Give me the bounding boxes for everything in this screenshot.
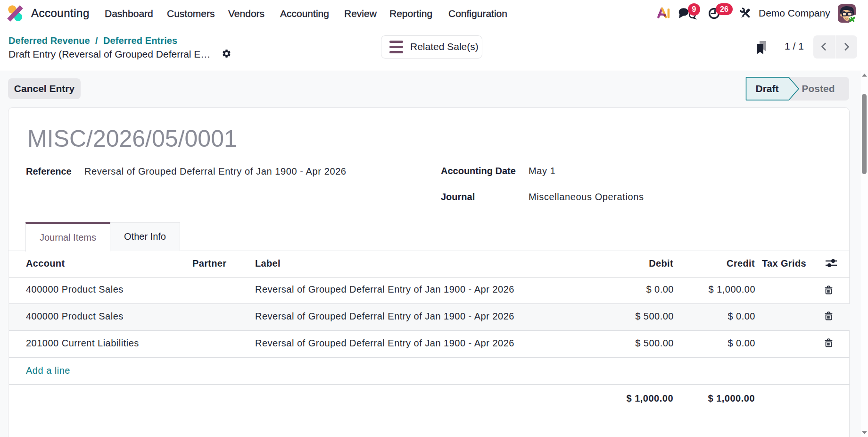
svg-text:Draft: Draft <box>755 83 778 94</box>
